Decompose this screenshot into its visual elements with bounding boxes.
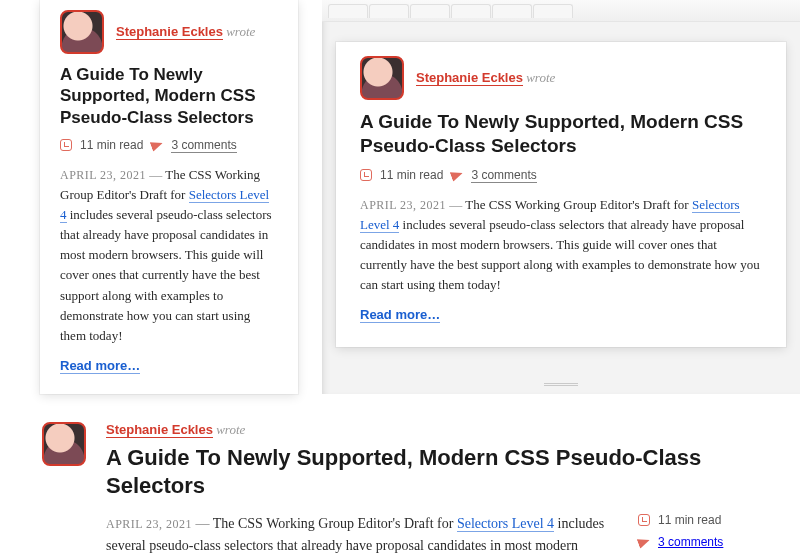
article-excerpt: APRIL 23, 2021 — The CSS Working Group E… <box>106 513 610 560</box>
clock-icon <box>638 514 650 526</box>
author-link[interactable]: Stephanie Eckles <box>106 422 213 438</box>
browser-tabstrip <box>322 0 800 22</box>
author-link[interactable]: Stephanie Eckles <box>116 24 223 40</box>
byline: Stephanie Eckles wrote <box>60 10 278 54</box>
comment-icon <box>637 535 652 549</box>
browser-tab[interactable] <box>410 4 450 18</box>
wrote-label: wrote <box>526 70 555 85</box>
read-more-link[interactable]: Read more… <box>360 307 440 323</box>
comments-link[interactable]: 3 comments <box>658 535 723 549</box>
browser-tab[interactable] <box>451 4 491 18</box>
article-card-narrow: Stephanie Eckles wrote A Guide To Newly … <box>40 0 298 394</box>
article-date: APRIL 23, 2021 <box>360 198 446 212</box>
article-full-width: Stephanie Eckles wrote A Guide To Newly … <box>0 394 800 560</box>
comment-icon <box>150 138 165 152</box>
article-title[interactable]: A Guide To Newly Supported, Modern CSS P… <box>360 110 762 158</box>
reading-time: 11 min read <box>658 513 721 527</box>
resize-handle-icon[interactable] <box>544 382 578 388</box>
article-date: APRIL 23, 2021 <box>106 517 192 531</box>
wrote-label: wrote <box>216 422 245 437</box>
preview-frame-medium: Stephanie Eckles wrote A Guide To Newly … <box>322 0 800 394</box>
author-avatar <box>60 10 104 54</box>
article-meta: 11 min read 3 comments <box>360 168 762 183</box>
selectors-link[interactable]: Selectors Level 4 <box>457 516 554 532</box>
article-excerpt: APRIL 23, 2021 — The CSS Working Group E… <box>360 195 762 296</box>
responsive-preview-row: Stephanie Eckles wrote A Guide To Newly … <box>0 0 800 394</box>
browser-tab[interactable] <box>492 4 532 18</box>
author-avatar <box>42 422 86 466</box>
wrote-label: wrote <box>226 24 255 39</box>
article-card-medium: Stephanie Eckles wrote A Guide To Newly … <box>336 42 786 347</box>
comments-link[interactable]: 3 comments <box>171 138 236 153</box>
byline: Stephanie Eckles wrote <box>360 56 762 100</box>
reading-time: 11 min read <box>380 168 443 182</box>
comments-link[interactable]: 3 comments <box>471 168 536 183</box>
article-meta-sidebar: 11 min read 3 comments <box>638 513 758 560</box>
read-more-link[interactable]: Read more… <box>60 358 140 374</box>
clock-icon <box>60 139 72 151</box>
browser-tab[interactable] <box>369 4 409 18</box>
author-link[interactable]: Stephanie Eckles <box>416 70 523 86</box>
comment-icon <box>450 168 465 182</box>
article-title[interactable]: A Guide To Newly Supported, Modern CSS P… <box>106 444 758 499</box>
author-avatar <box>360 56 404 100</box>
article-title[interactable]: A Guide To Newly Supported, Modern CSS P… <box>60 64 278 128</box>
article-meta: 11 min read 3 comments <box>60 138 278 153</box>
article-excerpt: APRIL 23, 2021 — The CSS Working Group E… <box>60 165 278 346</box>
clock-icon <box>360 169 372 181</box>
browser-tab[interactable] <box>533 4 573 18</box>
browser-tab[interactable] <box>328 4 368 18</box>
reading-time: 11 min read <box>80 138 143 152</box>
article-date: APRIL 23, 2021 <box>60 168 146 182</box>
